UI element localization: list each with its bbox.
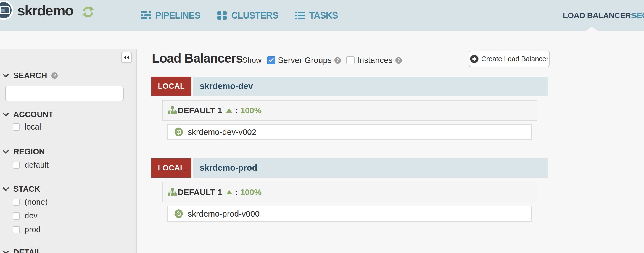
server-groups-checkbox[interactable]	[267, 56, 275, 64]
filter-section-stack[interactable]: STACK	[3, 185, 40, 194]
collapse-sidebar-button[interactable]	[121, 52, 132, 63]
server-group-version-name: skrdemo-dev-v002	[188, 127, 256, 137]
filter-option-dev[interactable]: dev	[13, 211, 38, 220]
chevron-down-icon	[3, 251, 9, 253]
load-balancers-screen: skrdemo PIPELINES	[0, 0, 644, 253]
sitemap-icon	[168, 106, 177, 115]
help-icon[interactable]	[51, 72, 58, 79]
checkbox-label: default	[25, 160, 49, 170]
nav-pipelines[interactable]: PIPELINES	[141, 10, 200, 21]
chevron-down-icon	[3, 150, 9, 154]
filter-option-default[interactable]: default	[13, 160, 49, 170]
load-balancer-name: skrdemo-dev	[200, 81, 253, 91]
primary-nav: PIPELINES CLUSTERS	[141, 0, 338, 31]
checkbox-label: dev	[25, 211, 38, 220]
double-left-arrow-icon	[123, 55, 130, 60]
health-percent: 100%	[240, 188, 262, 197]
filter-section-account[interactable]: ACCOUNT	[3, 110, 53, 119]
nav-load-balancers[interactable]: LOAD BALANCERS	[563, 0, 636, 31]
filter-section-title: ACCOUNT	[13, 110, 53, 119]
refresh-icon[interactable]	[82, 6, 94, 18]
account-badge: LOCAL	[151, 77, 191, 96]
server-group-row[interactable]: DEFAULT 1 : 100%	[162, 100, 537, 121]
health-separator: :	[235, 188, 237, 197]
load-balancer-instance-row[interactable]: skrdemo-dev-v002	[167, 124, 532, 140]
server-group-version-name: skrdemo-prod-v000	[188, 209, 260, 218]
filter-section-title: STACK	[13, 185, 40, 194]
server-group-name: DEFAULT 1	[178, 106, 222, 115]
load-balancer-group-header: LOCAL skrdemo-dev	[151, 77, 548, 96]
filter-section-title: DETAIL	[13, 248, 42, 253]
clusters-icon	[217, 11, 227, 20]
help-icon[interactable]	[334, 57, 341, 64]
load-balancer-title-bar[interactable]: skrdemo-prod	[193, 158, 548, 178]
chevron-down-icon	[3, 113, 9, 117]
checkbox[interactable]	[13, 123, 20, 131]
help-icon[interactable]	[395, 57, 402, 64]
top-navigation-bar: skrdemo PIPELINES	[0, 0, 644, 31]
show-label: Show	[242, 56, 262, 65]
search-input[interactable]	[5, 86, 124, 101]
pipelines-icon	[141, 11, 151, 20]
load-balancer-name: skrdemo-prod	[200, 163, 257, 173]
display-toggles: Show Server Groups Instances	[242, 55, 402, 65]
chevron-down-icon	[3, 74, 9, 78]
filter-section-region[interactable]: REGION	[3, 147, 45, 156]
server-group-row[interactable]: DEFAULT 1 : 100%	[162, 182, 537, 202]
chevron-down-icon	[3, 187, 9, 191]
filter-option-prod[interactable]: prod	[13, 225, 41, 234]
active-tab-notch	[585, 27, 598, 31]
filter-option-none[interactable]: (none)	[13, 197, 48, 207]
checkbox[interactable]	[13, 162, 20, 169]
plus-circle-icon	[470, 55, 479, 63]
up-triangle-icon	[226, 108, 232, 113]
page-title: Load Balancers	[152, 52, 243, 65]
app-logo-icon	[0, 1, 13, 20]
filter-option-local[interactable]: local	[13, 122, 41, 131]
checkbox-label: local	[25, 122, 41, 131]
health-percent: 100%	[240, 106, 262, 115]
nav-tasks[interactable]: TASKS	[295, 10, 338, 21]
nav-security-groups-label: SEC	[632, 11, 644, 20]
checkmark-icon	[269, 58, 274, 62]
account-badge: LOCAL	[151, 158, 191, 178]
health-separator: :	[235, 106, 237, 115]
server-groups-toggle-label: Server Groups	[278, 56, 332, 65]
nav-load-balancers-label: LOAD BALANCERS	[563, 11, 636, 20]
filter-section-detail[interactable]: DETAIL	[3, 248, 42, 253]
tasks-icon	[295, 11, 305, 20]
load-balancer-title-bar[interactable]: skrdemo-dev	[193, 77, 548, 96]
nav-clusters-label: CLUSTERS	[231, 10, 278, 21]
checkbox-label: prod	[25, 225, 41, 234]
nav-clusters[interactable]: CLUSTERS	[217, 10, 278, 21]
nav-security-groups[interactable]: SEC	[632, 0, 644, 31]
checkbox[interactable]	[13, 199, 20, 206]
sitemap-icon	[168, 188, 177, 196]
load-balancer-group-header: LOCAL skrdemo-prod	[151, 158, 548, 178]
nav-pipelines-label: PIPELINES	[155, 10, 200, 21]
create-load-balancer-button[interactable]: Create Load Balancer	[469, 51, 550, 67]
checkbox[interactable]	[13, 212, 20, 220]
app-window-glyph	[0, 6, 10, 14]
app-window-square	[1, 9, 5, 12]
instances-checkbox[interactable]	[346, 56, 355, 64]
server-group-name: DEFAULT 1	[178, 188, 222, 197]
checkbox[interactable]	[13, 226, 20, 233]
filter-section-title: SEARCH	[13, 71, 47, 80]
filter-section-title: REGION	[13, 147, 45, 156]
checkbox-label: (none)	[25, 197, 48, 207]
filter-section-search[interactable]: SEARCH	[3, 71, 58, 80]
filters-sidebar: SEARCH ACCOUNT local REGION default	[0, 49, 137, 253]
load-balancer-instance-row[interactable]: skrdemo-prod-v000	[167, 206, 532, 222]
nav-tasks-label: TASKS	[309, 10, 338, 21]
create-load-balancer-label: Create Load Balancer	[481, 55, 548, 63]
up-triangle-icon	[226, 190, 232, 194]
instances-toggle-label: Instances	[357, 56, 392, 65]
app-name: skrdemo	[17, 2, 73, 19]
kubernetes-icon	[174, 127, 183, 137]
kubernetes-icon	[174, 209, 183, 218]
